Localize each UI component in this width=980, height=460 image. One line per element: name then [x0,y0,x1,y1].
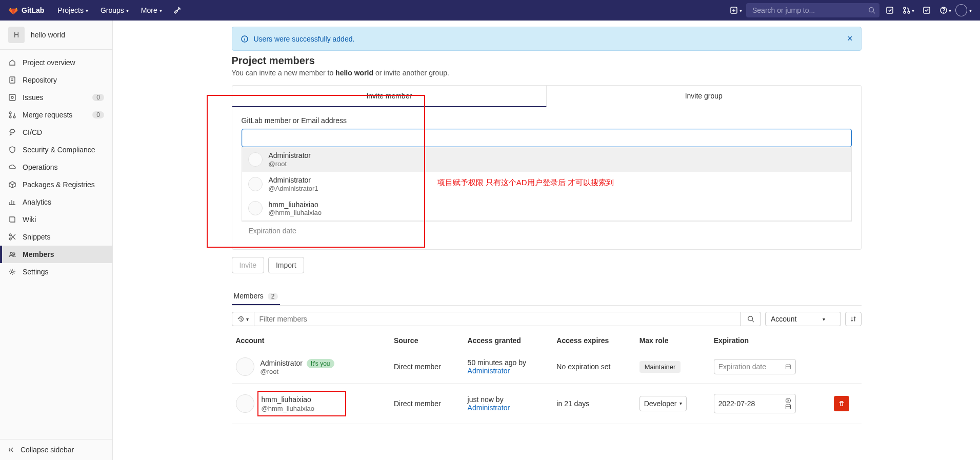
nav-projects[interactable]: Projects▾ [52,0,93,21]
sidebar-item-packages-registries[interactable]: Packages & Registries [0,176,112,193]
granted-by-link[interactable]: Administrator [468,367,510,375]
members-count: 2 [268,293,278,300]
sidebar-item-repository[interactable]: Repository [0,71,112,89]
sidebar-item-ci-cd[interactable]: CI/CD [0,124,112,141]
collapse-icon [8,446,15,453]
sidebar-item-snippets[interactable]: Snippets [0,228,112,246]
top-navbar: GitLab Projects▾ Groups▾ More▾ ▾ ▾ ▾ ▾ [0,0,980,21]
svg-rect-24 [786,405,790,409]
cloud-icon [8,163,16,171]
calendar-icon [785,404,791,410]
alert-close[interactable]: × [847,33,853,44]
rocket-icon [8,128,16,136]
project-avatar: H [8,27,25,43]
sidebar-item-wiki[interactable]: Wiki [0,211,112,228]
suggestion-item[interactable]: Administrator@root [242,147,851,172]
import-button[interactable]: Import [268,257,304,273]
gear-icon [8,268,16,276]
sort-icon [850,315,857,323]
svg-point-19 [11,271,13,273]
svg-point-3 [904,7,906,9]
search-history-button[interactable]: ▾ [232,312,254,326]
member-field-label: GitLab member or Email address [242,116,852,125]
tab-invite-member[interactable]: Invite member [232,86,547,107]
avatar-icon [248,201,263,215]
sort-select[interactable]: Account▾ [765,312,841,326]
filter-box: ▾ [232,312,761,326]
svg-point-5 [908,11,910,13]
todos-icon[interactable] [918,0,935,21]
svg-point-11 [11,96,13,98]
filter-search-button[interactable] [741,312,761,326]
member-input[interactable] [242,129,852,147]
nav-groups[interactable]: Groups▾ [95,0,134,21]
merge-icon [8,111,16,119]
sidebar-item-issues[interactable]: Issues0 [0,89,112,106]
svg-point-16 [9,238,11,240]
svg-point-13 [9,116,11,118]
expiration-field[interactable]: Expiration date [714,359,796,374]
suggestion-item[interactable]: hmm_liuhaixiao@hmm_liuhaixiao [242,196,851,221]
success-alert: Users were successfully added. × [232,27,862,51]
sort-direction-button[interactable] [845,312,862,326]
avatar-icon [236,357,254,376]
filter-members-input[interactable] [254,312,741,326]
nav-badge: 0 [92,111,104,118]
clear-icon[interactable] [785,397,791,404]
avatar-icon [236,394,254,413]
svg-point-17 [10,252,12,254]
sidebar-item-operations[interactable]: Operations [0,158,112,176]
sidebar-item-analytics[interactable]: Analytics [0,193,112,211]
search-icon [868,7,875,14]
svg-rect-2 [887,7,893,13]
sidebar: H hello world Project overviewRepository… [0,21,113,460]
admin-wrench-icon[interactable] [169,0,186,21]
project-header[interactable]: H hello world [0,21,112,50]
expiration-field[interactable]: 2022-07-28 [714,394,796,413]
global-search[interactable] [746,3,879,17]
svg-rect-10 [9,94,15,101]
user-menu[interactable]: ▾ [955,0,972,21]
granted-by-link[interactable]: Administrator [468,404,510,412]
tab-members[interactable]: Members 2 [232,288,281,305]
avatar-icon [248,177,263,191]
project-name: hello world [31,31,65,39]
home-icon [8,58,16,67]
nav-more[interactable]: More▾ [136,0,167,21]
sidebar-item-security-compliance[interactable]: Security & Compliance [0,141,112,158]
its-you-badge: It's you [307,359,334,368]
plus-menu[interactable]: ▾ [728,0,744,21]
sidebar-item-project-overview[interactable]: Project overview [0,54,112,71]
merge-requests-icon[interactable]: ▾ [900,0,916,21]
help-icon[interactable]: ▾ [937,0,953,21]
search-input[interactable] [746,3,879,17]
column-header: Source [390,331,464,350]
column-header: Account [232,331,390,350]
svg-point-12 [9,112,11,114]
svg-point-4 [904,11,906,13]
file-icon [8,76,16,84]
members-table: AccountSourceAccess grantedAccess expire… [232,331,862,424]
issues-icon[interactable] [882,0,898,21]
role-select[interactable]: Developer ▾ [639,396,687,411]
collapse-sidebar[interactable]: Collapse sidebar [0,439,112,460]
main-content: Users were successfully added. × Project… [113,21,980,460]
expiration-input[interactable]: Expiration date [242,221,852,240]
annotation-text: 项目赋予权限 只有这个AD用户登录后 才可以搜索到 [437,178,614,188]
sidebar-item-members[interactable]: Members [0,246,112,263]
tab-invite-group[interactable]: Invite group [547,86,861,107]
gitlab-logo[interactable]: GitLab [8,5,44,15]
avatar-icon [248,152,263,167]
sidebar-item-merge-requests[interactable]: Merge requests0 [0,106,112,124]
nav-badge: 0 [92,94,104,101]
calendar-icon [785,364,791,370]
avatar-icon [955,4,967,16]
column-header: Access granted [464,331,553,350]
sidebar-item-settings[interactable]: Settings [0,263,112,281]
column-header: Access expires [552,331,635,350]
info-icon [241,35,249,43]
column-header: Expiration [710,331,830,350]
remove-member-button[interactable] [834,396,849,411]
shield-icon [8,146,16,154]
invite-button[interactable]: Invite [232,257,264,273]
